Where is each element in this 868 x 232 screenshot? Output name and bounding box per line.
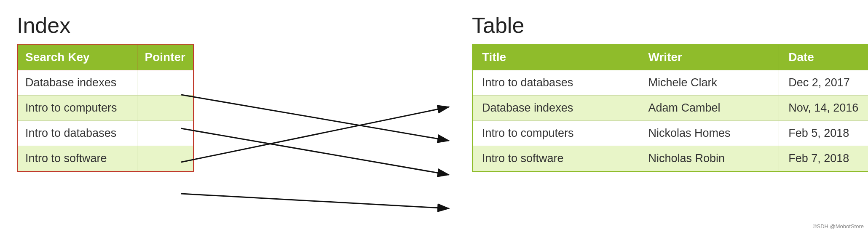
svg-line-2 [181, 128, 449, 175]
index-table: Search Key Pointer Database indexesIntro… [17, 44, 194, 172]
table-row: Intro to softwareNicholas RobinFeb 7, 20… [472, 146, 868, 172]
table-date: Nov, 14, 2016 [779, 96, 868, 121]
index-search-key: Intro to databases [17, 121, 137, 146]
table-date: Feb 7, 2018 [779, 146, 868, 172]
index-row: Database indexes [17, 70, 193, 96]
table-writer: Nickolas Homes [639, 121, 779, 146]
index-pointer [137, 121, 193, 146]
index-row: Intro to computers [17, 96, 193, 121]
svg-line-4 [181, 194, 449, 208]
index-pointer [137, 146, 193, 172]
index-search-key: Intro to software [17, 146, 137, 172]
table-section: Table Title Writer Date Intro to databas… [472, 13, 868, 172]
table-title: Intro to databases [472, 70, 639, 96]
copyright-text: ©SDH @MobotStore [813, 223, 864, 229]
svg-line-3 [181, 107, 449, 162]
table-row: Intro to computersNickolas HomesFeb 5, 2… [472, 121, 868, 146]
index-search-key: Intro to computers [17, 96, 137, 121]
index-row: Intro to databases [17, 121, 193, 146]
main-container: Index Search Key Pointer Database indexe… [0, 0, 868, 232]
table-title: Intro to software [472, 146, 639, 172]
table-title: Intro to computers [472, 121, 639, 146]
table-header-title: Title [472, 44, 639, 70]
table-row: Database indexesAdam CambelNov, 14, 2016 [472, 96, 868, 121]
table-writer: Adam Cambel [639, 96, 779, 121]
table-row: Intro to databasesMichele ClarkDec 2, 20… [472, 70, 868, 96]
index-title: Index [17, 13, 70, 38]
table-writer: Nicholas Robin [639, 146, 779, 172]
data-table: Title Writer Date Intro to databasesMich… [472, 44, 868, 172]
table-title: Database indexes [472, 96, 639, 121]
table-title: Table [472, 13, 524, 38]
index-search-key: Database indexes [17, 70, 137, 96]
index-row: Intro to software [17, 146, 193, 172]
index-section: Index Search Key Pointer Database indexe… [17, 13, 194, 172]
index-pointer [137, 70, 193, 96]
table-header-date: Date [779, 44, 868, 70]
table-writer: Michele Clark [639, 70, 779, 96]
table-header-writer: Writer [639, 44, 779, 70]
table-date: Dec 2, 2017 [779, 70, 868, 96]
index-pointer [137, 96, 193, 121]
index-header-pointer: Pointer [137, 44, 193, 70]
table-date: Feb 5, 2018 [779, 121, 868, 146]
svg-line-1 [181, 95, 449, 141]
index-header-search-key: Search Key [17, 44, 137, 70]
